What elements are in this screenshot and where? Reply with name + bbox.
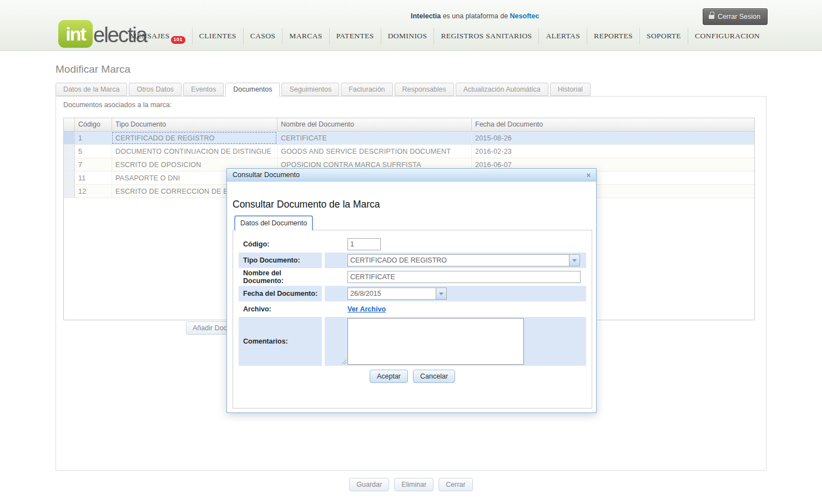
messages-count-badge: 101 xyxy=(171,36,185,44)
cell-nombre[interactable]: GOODS AND SERVICE DESCRIPTION DOCUMENT xyxy=(278,145,472,158)
form-row-codigo: Código: xyxy=(239,237,586,251)
nav-item-alertas[interactable]: ALERTAS xyxy=(538,28,587,44)
cell-codigo[interactable]: 5 xyxy=(75,145,112,158)
cell-codigo[interactable]: 7 xyxy=(75,158,112,171)
tab-seguimientos[interactable]: Seguimientos xyxy=(281,83,339,96)
archivo-label: Archivo: xyxy=(239,303,322,316)
table-row[interactable]: 1 CERTIFICADO DE REGISTRO CERTIFICATE 20… xyxy=(64,132,754,145)
cell-nombre[interactable]: CERTIFICATE xyxy=(278,132,472,144)
row-selector[interactable] xyxy=(64,185,75,198)
dialog-heading: Consultar Documento de la Marca xyxy=(233,199,380,210)
tab-responsables[interactable]: Responsables xyxy=(395,83,454,96)
nav-item-mensajes[interactable]: MENSAJES101 xyxy=(123,28,192,44)
platform-note-brand[interactable]: Nesoftec xyxy=(510,12,539,20)
chevron-down-icon[interactable] xyxy=(436,288,447,300)
dialog-title: Consultar Documento xyxy=(233,171,300,179)
nav-item-patentes[interactable]: PATENTES xyxy=(329,28,381,44)
cell-codigo[interactable]: 12 xyxy=(75,185,112,198)
form-row-nombre: Nombre del Documento: xyxy=(239,269,586,285)
resize-grip-icon[interactable] xyxy=(341,359,346,364)
lock-icon xyxy=(709,14,714,19)
platform-note-middle: es una plataforma de xyxy=(441,12,510,20)
ver-archivo-link[interactable]: Ver Archivo xyxy=(347,305,386,313)
form-row-comentarios: Comentarios: xyxy=(239,317,586,366)
cell-fecha[interactable]: 2016-02-23 xyxy=(472,145,754,158)
app-header: int electia Intelectia es una plataforma… xyxy=(0,0,822,51)
delete-button[interactable]: Eliminar xyxy=(394,478,433,491)
nombre-label: Nombre del Documento: xyxy=(239,269,322,285)
cell-codigo[interactable]: 11 xyxy=(75,172,112,184)
tab-eventos[interactable]: Eventos xyxy=(183,83,224,96)
column-header-selector[interactable] xyxy=(64,118,75,131)
nav-item-soporte[interactable]: SOPORTE xyxy=(639,28,688,44)
table-caption: Documentos asociados a la marca: xyxy=(63,101,172,109)
tipo-input[interactable] xyxy=(347,254,569,266)
platform-note-app: Intelectia xyxy=(411,12,441,20)
tab-historial[interactable]: Historial xyxy=(550,83,591,96)
close-icon[interactable]: × xyxy=(586,172,591,179)
tab-actualizacion-automatica[interactable]: Actualización Automática xyxy=(456,83,548,96)
form-row-fecha: Fecha del Documento: xyxy=(239,286,586,301)
column-header-tipo[interactable]: Tipo Documento xyxy=(112,118,278,131)
nav-item-dominios[interactable]: DOMINIOS xyxy=(381,28,434,44)
dialog-titlebar[interactable]: Consultar Documento × xyxy=(227,169,596,182)
document-form: Código: Tipo Documento: Nombre del Docum… xyxy=(233,230,592,409)
logout-button[interactable]: Cerrar Sesion xyxy=(703,8,768,25)
comentarios-textarea[interactable] xyxy=(347,318,524,365)
marca-tabs: Datos de la Marca Otros Datos Eventos Do… xyxy=(56,83,592,97)
table-row[interactable]: 5 DOCUMENTO CONTINUACION DE DISTINGUE GO… xyxy=(64,145,754,158)
comentarios-label: Comentarios: xyxy=(239,317,322,366)
nav-item-casos[interactable]: CASOS xyxy=(243,28,283,44)
page-title: Modificar Marca xyxy=(56,63,130,75)
row-selector[interactable] xyxy=(64,158,75,171)
tab-documentos[interactable]: Documentos xyxy=(225,83,280,97)
tab-facturacion[interactable]: Facturación xyxy=(341,83,392,96)
close-button[interactable]: Cerrar xyxy=(438,478,472,491)
cell-codigo[interactable]: 1 xyxy=(75,132,112,144)
save-button[interactable]: Guardar xyxy=(349,478,389,491)
fecha-datepicker xyxy=(347,288,447,300)
column-header-fecha[interactable]: Fecha del Documento xyxy=(472,118,754,131)
codigo-label: Código: xyxy=(239,237,322,251)
nav-item-marcas[interactable]: MARCAS xyxy=(282,28,329,44)
nav-item-clientes[interactable]: CLIENTES xyxy=(192,28,243,44)
tab-datos-de-la-marca[interactable]: Datos de la Marca xyxy=(56,83,127,96)
cell-fecha[interactable]: 2015-08-26 xyxy=(472,132,754,144)
nav-item-configuracion[interactable]: CONFIGURACION xyxy=(688,28,766,44)
column-header-codigo[interactable]: Código xyxy=(75,118,112,131)
nav-item-registros-sanitarios[interactable]: REGISTROS SANITARIOS xyxy=(433,28,538,44)
nav-item-reportes[interactable]: REPORTES xyxy=(587,28,639,44)
cancel-button[interactable]: Cancelar xyxy=(413,370,455,383)
tab-otros-datos[interactable]: Otros Datos xyxy=(129,83,181,96)
form-row-archivo: Archivo: Ver Archivo xyxy=(239,303,586,316)
nombre-input[interactable] xyxy=(347,271,581,283)
tab-datos-del-documento[interactable]: Datos del Documento xyxy=(234,215,313,230)
fecha-label: Fecha del Documento: xyxy=(239,286,322,301)
grid-header: Código Tipo Documento Nombre del Documen… xyxy=(64,118,754,132)
cell-tipo[interactable]: CERTIFICADO DE REGISTRO xyxy=(112,132,278,144)
dialog-buttons: Aceptar Cancelar xyxy=(239,370,586,383)
cell-tipo[interactable]: DOCUMENTO CONTINUACION DE DISTINGUE xyxy=(112,145,278,158)
chevron-down-icon[interactable] xyxy=(569,254,580,266)
row-selector[interactable] xyxy=(64,172,75,184)
page-footer-buttons: Guardar Eliminar Cerrar xyxy=(0,478,822,491)
accept-button[interactable]: Aceptar xyxy=(370,370,408,383)
tipo-label: Tipo Documento: xyxy=(239,253,322,268)
form-row-tipo: Tipo Documento: xyxy=(239,253,586,268)
row-selector[interactable] xyxy=(64,132,75,144)
row-selector[interactable] xyxy=(64,145,75,158)
fecha-input[interactable] xyxy=(347,288,436,300)
tipo-combobox xyxy=(347,254,580,266)
consultar-documento-dialog: Consultar Documento × Consultar Document… xyxy=(226,168,597,413)
platform-note: Intelectia es una plataforma de Nesoftec xyxy=(411,12,539,20)
column-header-nombre[interactable]: Nombre del Documento xyxy=(278,118,472,131)
logout-label: Cerrar Sesion xyxy=(718,13,760,21)
logo-green-box: int xyxy=(58,20,93,48)
main-nav: MENSAJES101 CLIENTES CASOS MARCAS PATENT… xyxy=(123,28,766,44)
codigo-input[interactable] xyxy=(347,238,381,250)
